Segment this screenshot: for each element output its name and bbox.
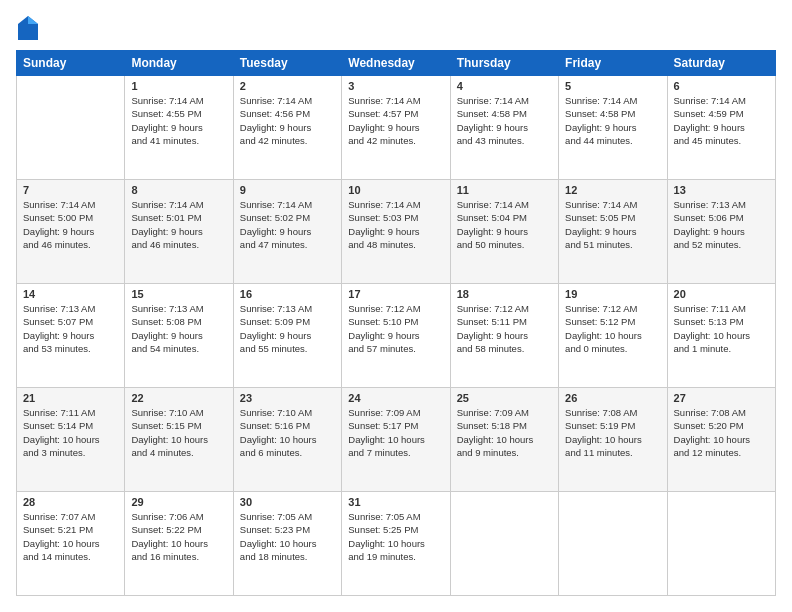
- week-row-2: 7Sunrise: 7:14 AM Sunset: 5:00 PM Daylig…: [17, 180, 776, 284]
- day-info: Sunrise: 7:14 AM Sunset: 5:00 PM Dayligh…: [23, 198, 118, 251]
- day-info: Sunrise: 7:05 AM Sunset: 5:25 PM Dayligh…: [348, 510, 443, 563]
- day-info: Sunrise: 7:14 AM Sunset: 5:04 PM Dayligh…: [457, 198, 552, 251]
- day-info: Sunrise: 7:08 AM Sunset: 5:20 PM Dayligh…: [674, 406, 769, 459]
- header: [16, 16, 776, 40]
- weekday-header-sunday: Sunday: [17, 51, 125, 76]
- calendar-cell: [17, 76, 125, 180]
- day-number: 30: [240, 496, 335, 508]
- calendar-cell: 29Sunrise: 7:06 AM Sunset: 5:22 PM Dayli…: [125, 492, 233, 596]
- day-info: Sunrise: 7:05 AM Sunset: 5:23 PM Dayligh…: [240, 510, 335, 563]
- day-info: Sunrise: 7:14 AM Sunset: 5:03 PM Dayligh…: [348, 198, 443, 251]
- calendar-cell: 10Sunrise: 7:14 AM Sunset: 5:03 PM Dayli…: [342, 180, 450, 284]
- day-number: 22: [131, 392, 226, 404]
- day-info: Sunrise: 7:10 AM Sunset: 5:16 PM Dayligh…: [240, 406, 335, 459]
- calendar-cell: 4Sunrise: 7:14 AM Sunset: 4:58 PM Daylig…: [450, 76, 558, 180]
- day-info: Sunrise: 7:12 AM Sunset: 5:11 PM Dayligh…: [457, 302, 552, 355]
- day-info: Sunrise: 7:13 AM Sunset: 5:06 PM Dayligh…: [674, 198, 769, 251]
- page: SundayMondayTuesdayWednesdayThursdayFrid…: [0, 0, 792, 612]
- day-number: 1: [131, 80, 226, 92]
- calendar-cell: 20Sunrise: 7:11 AM Sunset: 5:13 PM Dayli…: [667, 284, 775, 388]
- day-number: 9: [240, 184, 335, 196]
- day-info: Sunrise: 7:08 AM Sunset: 5:19 PM Dayligh…: [565, 406, 660, 459]
- weekday-header-row: SundayMondayTuesdayWednesdayThursdayFrid…: [17, 51, 776, 76]
- calendar-cell: 24Sunrise: 7:09 AM Sunset: 5:17 PM Dayli…: [342, 388, 450, 492]
- calendar-cell: 22Sunrise: 7:10 AM Sunset: 5:15 PM Dayli…: [125, 388, 233, 492]
- calendar-cell: 19Sunrise: 7:12 AM Sunset: 5:12 PM Dayli…: [559, 284, 667, 388]
- day-info: Sunrise: 7:14 AM Sunset: 5:02 PM Dayligh…: [240, 198, 335, 251]
- day-info: Sunrise: 7:07 AM Sunset: 5:21 PM Dayligh…: [23, 510, 118, 563]
- day-info: Sunrise: 7:13 AM Sunset: 5:07 PM Dayligh…: [23, 302, 118, 355]
- day-info: Sunrise: 7:12 AM Sunset: 5:10 PM Dayligh…: [348, 302, 443, 355]
- svg-marker-1: [28, 16, 38, 24]
- calendar-cell: 6Sunrise: 7:14 AM Sunset: 4:59 PM Daylig…: [667, 76, 775, 180]
- day-number: 4: [457, 80, 552, 92]
- calendar-table: SundayMondayTuesdayWednesdayThursdayFrid…: [16, 50, 776, 596]
- day-info: Sunrise: 7:09 AM Sunset: 5:17 PM Dayligh…: [348, 406, 443, 459]
- day-number: 31: [348, 496, 443, 508]
- weekday-header-monday: Monday: [125, 51, 233, 76]
- day-info: Sunrise: 7:14 AM Sunset: 5:01 PM Dayligh…: [131, 198, 226, 251]
- day-number: 18: [457, 288, 552, 300]
- weekday-header-thursday: Thursday: [450, 51, 558, 76]
- calendar-cell: 31Sunrise: 7:05 AM Sunset: 5:25 PM Dayli…: [342, 492, 450, 596]
- day-number: 19: [565, 288, 660, 300]
- day-info: Sunrise: 7:14 AM Sunset: 4:58 PM Dayligh…: [565, 94, 660, 147]
- day-number: 3: [348, 80, 443, 92]
- calendar-cell: 28Sunrise: 7:07 AM Sunset: 5:21 PM Dayli…: [17, 492, 125, 596]
- day-number: 12: [565, 184, 660, 196]
- day-info: Sunrise: 7:11 AM Sunset: 5:13 PM Dayligh…: [674, 302, 769, 355]
- calendar-cell: 25Sunrise: 7:09 AM Sunset: 5:18 PM Dayli…: [450, 388, 558, 492]
- week-row-1: 1Sunrise: 7:14 AM Sunset: 4:55 PM Daylig…: [17, 76, 776, 180]
- calendar-cell: 2Sunrise: 7:14 AM Sunset: 4:56 PM Daylig…: [233, 76, 341, 180]
- day-info: Sunrise: 7:12 AM Sunset: 5:12 PM Dayligh…: [565, 302, 660, 355]
- day-info: Sunrise: 7:14 AM Sunset: 4:58 PM Dayligh…: [457, 94, 552, 147]
- day-info: Sunrise: 7:14 AM Sunset: 4:57 PM Dayligh…: [348, 94, 443, 147]
- day-number: 2: [240, 80, 335, 92]
- day-number: 27: [674, 392, 769, 404]
- day-number: 11: [457, 184, 552, 196]
- day-number: 7: [23, 184, 118, 196]
- day-number: 24: [348, 392, 443, 404]
- day-info: Sunrise: 7:14 AM Sunset: 4:55 PM Dayligh…: [131, 94, 226, 147]
- day-number: 8: [131, 184, 226, 196]
- week-row-5: 28Sunrise: 7:07 AM Sunset: 5:21 PM Dayli…: [17, 492, 776, 596]
- day-number: 29: [131, 496, 226, 508]
- calendar-cell: 26Sunrise: 7:08 AM Sunset: 5:19 PM Dayli…: [559, 388, 667, 492]
- week-row-3: 14Sunrise: 7:13 AM Sunset: 5:07 PM Dayli…: [17, 284, 776, 388]
- day-number: 15: [131, 288, 226, 300]
- day-number: 13: [674, 184, 769, 196]
- calendar-cell: 5Sunrise: 7:14 AM Sunset: 4:58 PM Daylig…: [559, 76, 667, 180]
- day-info: Sunrise: 7:09 AM Sunset: 5:18 PM Dayligh…: [457, 406, 552, 459]
- calendar-cell: 8Sunrise: 7:14 AM Sunset: 5:01 PM Daylig…: [125, 180, 233, 284]
- day-info: Sunrise: 7:11 AM Sunset: 5:14 PM Dayligh…: [23, 406, 118, 459]
- day-info: Sunrise: 7:13 AM Sunset: 5:08 PM Dayligh…: [131, 302, 226, 355]
- day-info: Sunrise: 7:10 AM Sunset: 5:15 PM Dayligh…: [131, 406, 226, 459]
- calendar-cell: 15Sunrise: 7:13 AM Sunset: 5:08 PM Dayli…: [125, 284, 233, 388]
- weekday-header-tuesday: Tuesday: [233, 51, 341, 76]
- day-number: 14: [23, 288, 118, 300]
- logo-icon: [18, 16, 38, 40]
- week-row-4: 21Sunrise: 7:11 AM Sunset: 5:14 PM Dayli…: [17, 388, 776, 492]
- day-number: 10: [348, 184, 443, 196]
- weekday-header-wednesday: Wednesday: [342, 51, 450, 76]
- calendar-cell: 30Sunrise: 7:05 AM Sunset: 5:23 PM Dayli…: [233, 492, 341, 596]
- day-number: 21: [23, 392, 118, 404]
- day-info: Sunrise: 7:14 AM Sunset: 4:59 PM Dayligh…: [674, 94, 769, 147]
- calendar-cell: 14Sunrise: 7:13 AM Sunset: 5:07 PM Dayli…: [17, 284, 125, 388]
- day-number: 23: [240, 392, 335, 404]
- day-number: 28: [23, 496, 118, 508]
- calendar-cell: 18Sunrise: 7:12 AM Sunset: 5:11 PM Dayli…: [450, 284, 558, 388]
- logo: [16, 16, 42, 40]
- calendar-cell: 11Sunrise: 7:14 AM Sunset: 5:04 PM Dayli…: [450, 180, 558, 284]
- calendar-cell: 23Sunrise: 7:10 AM Sunset: 5:16 PM Dayli…: [233, 388, 341, 492]
- day-number: 5: [565, 80, 660, 92]
- day-info: Sunrise: 7:06 AM Sunset: 5:22 PM Dayligh…: [131, 510, 226, 563]
- day-number: 26: [565, 392, 660, 404]
- calendar-cell: 9Sunrise: 7:14 AM Sunset: 5:02 PM Daylig…: [233, 180, 341, 284]
- weekday-header-saturday: Saturday: [667, 51, 775, 76]
- weekday-header-friday: Friday: [559, 51, 667, 76]
- day-info: Sunrise: 7:13 AM Sunset: 5:09 PM Dayligh…: [240, 302, 335, 355]
- calendar-cell: 21Sunrise: 7:11 AM Sunset: 5:14 PM Dayli…: [17, 388, 125, 492]
- day-number: 6: [674, 80, 769, 92]
- calendar-cell: 7Sunrise: 7:14 AM Sunset: 5:00 PM Daylig…: [17, 180, 125, 284]
